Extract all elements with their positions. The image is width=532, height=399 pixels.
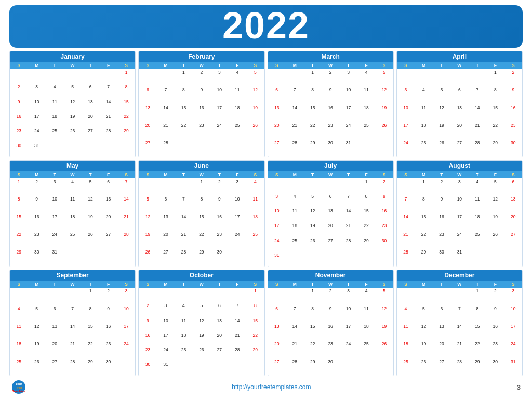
day-cell: 19	[433, 122, 450, 139]
day-cell: 7	[157, 86, 175, 104]
day-header: T	[46, 171, 63, 178]
day-cell: 3	[157, 302, 175, 317]
svg-text:Free: Free	[16, 386, 22, 389]
day-cell: 27	[210, 347, 228, 361]
days-grid: 1234567891011121314151617181920212223242…	[268, 178, 393, 266]
day-cell: 12	[375, 305, 393, 323]
day-cell: 5	[139, 196, 156, 214]
day-cell: 5	[303, 193, 321, 207]
day-cell: 12	[193, 317, 210, 331]
day-cell: 16	[193, 104, 210, 122]
day-header: T	[339, 171, 357, 178]
day-header: T	[46, 62, 63, 69]
day-cell: 28	[469, 139, 486, 157]
day-cell: 17	[339, 104, 357, 122]
day-cell: 18	[46, 113, 63, 127]
days-grid: 1234567891011121314151617181920212223242…	[268, 288, 393, 376]
day-header: M	[286, 62, 303, 69]
day-cell: 29	[303, 139, 321, 157]
day-cell: 29	[193, 249, 210, 267]
month-title: June	[139, 161, 264, 171]
day-cell: 22	[10, 231, 28, 249]
footer: Your Free Templates http://yourfreetempl…	[9, 379, 523, 395]
day-cell: 24	[117, 340, 135, 358]
day-cell: 13	[99, 196, 117, 214]
empty-cell	[28, 69, 45, 84]
day-cell: 6	[504, 178, 522, 196]
day-cell: 18	[63, 214, 81, 231]
day-cell: 3	[210, 69, 228, 87]
day-cell: 21	[286, 340, 303, 358]
day-cell: 9	[322, 305, 339, 323]
day-cell: 1	[175, 69, 192, 87]
day-header: W	[450, 62, 468, 69]
day-header: T	[82, 62, 99, 69]
day-cell: 9	[139, 317, 156, 331]
empty-cell	[99, 69, 117, 84]
day-header: M	[157, 62, 175, 69]
day-cell: 4	[63, 178, 81, 196]
day-cell: 23	[322, 340, 339, 358]
day-cell: 15	[193, 214, 210, 231]
day-cell: 18	[357, 323, 375, 340]
day-cell: 27	[99, 231, 117, 249]
month-block-january: JanuarySMTWTFS12345678910111213141516171…	[9, 51, 136, 157]
day-cell: 17	[450, 214, 468, 231]
day-cell: 1	[357, 178, 375, 193]
footer-link[interactable]: http://yourfreetemplates.com	[232, 383, 311, 391]
day-header: S	[504, 281, 522, 288]
day-cell: 4	[175, 302, 192, 317]
calendar-grid: JanuarySMTWTFS12345678910111213141516171…	[9, 51, 523, 376]
day-header: T	[469, 281, 486, 288]
day-cell: 4	[357, 69, 375, 87]
day-cell: 14	[397, 214, 415, 231]
day-cell: 26	[246, 122, 264, 139]
day-cell: 12	[82, 196, 99, 214]
day-header: W	[63, 62, 81, 69]
day-cell: 4	[286, 193, 303, 207]
day-cell: 11	[357, 305, 375, 323]
days-grid: 1234567891011121314151617181920212223242…	[139, 288, 264, 376]
day-cell: 9	[504, 86, 522, 104]
day-cell: 14	[175, 214, 192, 231]
day-cell: 31	[28, 142, 45, 157]
logo: Your Free Templates	[11, 380, 26, 394]
day-cell: 30	[210, 249, 228, 267]
empty-cell	[28, 288, 45, 305]
day-cell: 19	[193, 331, 210, 346]
day-cell: 20	[268, 340, 286, 358]
day-cell: 14	[339, 208, 357, 222]
empty-cell	[10, 288, 28, 305]
day-cell: 16	[486, 323, 504, 340]
day-cell: 6	[139, 86, 156, 104]
day-cell: 17	[46, 214, 63, 231]
month-title: May	[10, 161, 135, 171]
day-cell: 18	[415, 122, 432, 139]
day-cell: 3	[339, 69, 357, 87]
footer-page: 3	[517, 383, 521, 391]
day-cell: 3	[504, 288, 522, 305]
month-title: July	[268, 161, 393, 171]
day-cell: 7	[286, 86, 303, 104]
day-cell: 21	[117, 214, 135, 231]
day-cell: 5	[193, 302, 210, 317]
day-header: M	[286, 171, 303, 178]
day-cell: 17	[117, 323, 135, 340]
day-cell: 25	[63, 231, 81, 249]
day-header: F	[229, 171, 246, 178]
day-cell: 3	[450, 178, 468, 196]
day-cell: 13	[210, 317, 228, 331]
day-cell: 25	[286, 237, 303, 251]
day-cell: 23	[10, 128, 28, 142]
day-cell: 12	[63, 98, 81, 113]
day-cell: 14	[229, 317, 246, 331]
day-cell: 15	[469, 323, 486, 340]
day-cell: 19	[303, 222, 321, 237]
empty-cell	[63, 288, 81, 305]
day-cell: 14	[286, 104, 303, 122]
day-cell: 19	[246, 104, 264, 122]
day-cell: 26	[28, 358, 45, 376]
day-cell: 24	[450, 231, 468, 249]
day-cell: 22	[469, 340, 486, 358]
day-cell: 14	[157, 104, 175, 122]
